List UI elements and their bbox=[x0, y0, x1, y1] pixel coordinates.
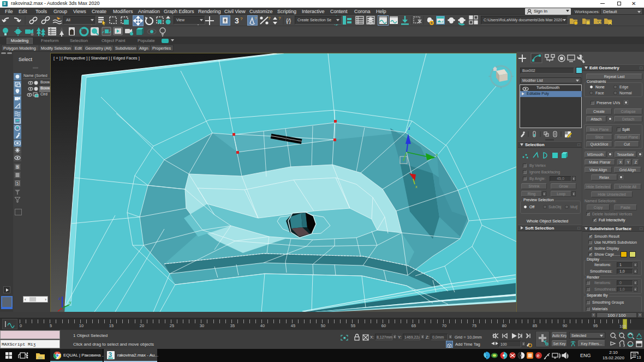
svg-text:?: ? bbox=[254, 16, 257, 21]
svg-text:z: z bbox=[408, 126, 410, 130]
svg-text:y: y bbox=[436, 153, 438, 157]
svg-text:13: 13 bbox=[637, 355, 641, 359]
svg-text:3: 3 bbox=[235, 16, 239, 25]
svg-text:y: y bbox=[69, 300, 71, 305]
svg-text:x: x bbox=[415, 185, 418, 189]
svg-text:5: 5 bbox=[16, 165, 19, 169]
svg-text:z: z bbox=[58, 297, 61, 300]
svg-text:e: e bbox=[537, 353, 540, 358]
svg-text:5: 5 bbox=[16, 182, 19, 185]
svg-text:{⁄}: {⁄} bbox=[286, 17, 291, 24]
svg-text:?: ? bbox=[268, 16, 271, 21]
svg-text:?: ? bbox=[278, 16, 281, 21]
svg-text:[ + ] [ Perspective ] [ Standa: [ + ] [ Perspective ] [ Standard ] [ Edg… bbox=[53, 56, 140, 61]
svg-text:?: ? bbox=[240, 16, 243, 21]
